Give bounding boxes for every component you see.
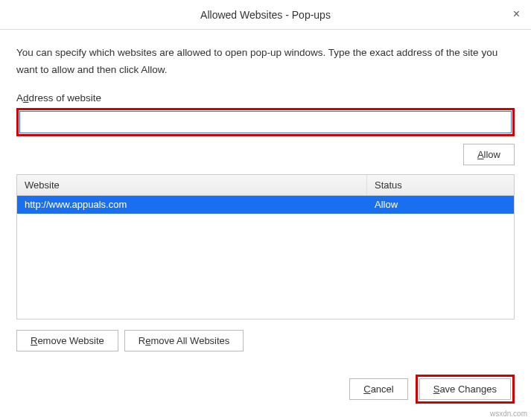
dialog-title: Allowed Websites - Pop-ups [200, 9, 331, 21]
address-input[interactable] [19, 111, 512, 133]
column-header-status[interactable]: Status [367, 175, 514, 195]
save-button-highlight: Save Changes [416, 375, 515, 404]
table-row[interactable]: http://www.appuals.com Allow [17, 196, 514, 214]
remove-all-websites-button[interactable]: Remove All Websites [124, 330, 244, 351]
allow-button[interactable]: Allow [463, 144, 515, 165]
titlebar: Allowed Websites - Pop-ups × [0, 0, 531, 30]
remove-website-button[interactable]: Remove Website [16, 330, 118, 351]
save-changes-button[interactable]: Save Changes [419, 378, 511, 400]
websites-table: Website Status http://www.appuals.com Al… [16, 174, 515, 319]
dialog-footer: Cancel Save Changes [349, 375, 515, 404]
cell-status: Allow [367, 196, 514, 214]
description-text: You can specify which websites are allow… [16, 45, 515, 79]
close-icon[interactable]: × [513, 7, 520, 21]
cancel-button[interactable]: Cancel [349, 378, 407, 400]
address-label: Address of website [16, 92, 515, 104]
column-header-website[interactable]: Website [17, 175, 367, 195]
site-watermark: wsxdn.com [490, 410, 527, 418]
table-body: http://www.appuals.com Allow [17, 196, 514, 318]
address-input-highlight [16, 108, 515, 136]
cell-website: http://www.appuals.com [17, 196, 367, 214]
dialog-content: You can specify which websites are allow… [0, 30, 531, 366]
table-header: Website Status [17, 175, 514, 196]
